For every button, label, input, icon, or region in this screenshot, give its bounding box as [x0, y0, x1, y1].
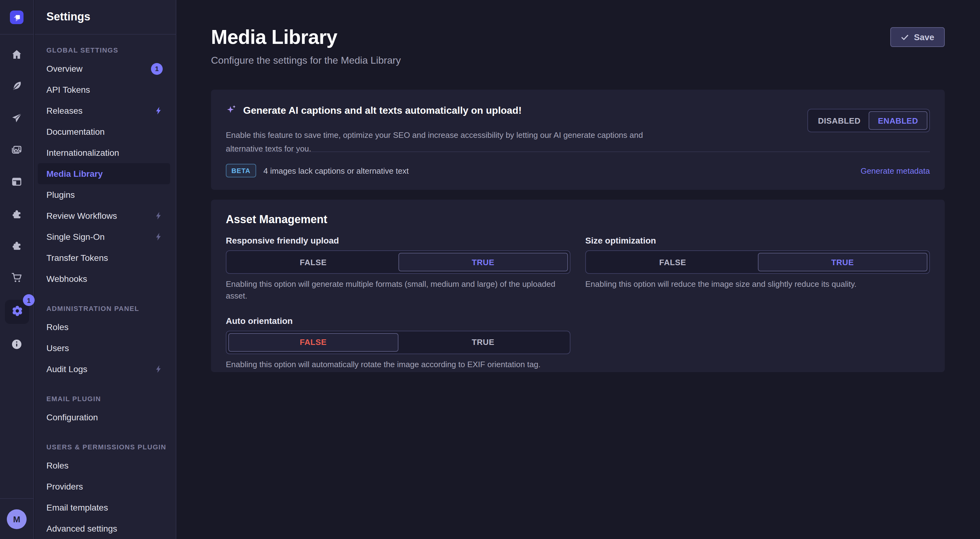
strapi-logo-icon — [10, 11, 24, 24]
page-title-block: Media Library Configure the settings for… — [211, 27, 401, 66]
sidebar-item-internationalization[interactable]: Internationalization — [38, 142, 170, 163]
banner-title: Generate AI captions and alt texts autom… — [243, 105, 522, 116]
section-heading: GLOBAL SETTINGS — [35, 43, 176, 57]
sidebar-item-providers[interactable]: Providers — [38, 476, 170, 497]
plugin-icon[interactable] — [11, 208, 23, 220]
sparkles-icon — [226, 104, 237, 117]
sidebar-item-plugins[interactable]: Plugins — [38, 184, 170, 205]
sidebar-item-email-templates[interactable]: Email templates — [38, 497, 170, 518]
asset-management-title: Asset Management — [226, 213, 327, 226]
user-avatar[interactable]: M — [7, 509, 27, 529]
settings-notification-badge: 1 — [23, 294, 35, 306]
help-info-icon[interactable] — [11, 338, 23, 350]
field-label: Auto orientation — [226, 315, 570, 325]
section-heading: ADMINISTRATION PANEL — [35, 302, 176, 315]
sidebar-item-up-roles[interactable]: Roles — [38, 455, 170, 476]
field-hint: Enabling this option will generate multi… — [226, 279, 570, 302]
toggle-option-true[interactable]: TRUE — [398, 253, 568, 271]
ai-captions-banner: Generate AI captions and alt texts autom… — [211, 90, 945, 190]
home-icon[interactable] — [11, 48, 23, 60]
lightning-icon — [155, 365, 163, 373]
toggle-option-false[interactable]: FALSE — [588, 253, 757, 271]
sidebar-item-admin-roles[interactable]: Roles — [38, 317, 170, 338]
field-hint: Enabling this option will reduce the ima… — [585, 279, 930, 290]
size-optimization-toggle: FALSE TRUE — [585, 250, 930, 274]
settings-nav: GLOBAL SETTINGS Overview 1 API Tokens Re… — [35, 35, 176, 539]
sidebar-title: Settings — [46, 11, 90, 24]
settings-sidebar: Settings GLOBAL SETTINGS Overview 1 API … — [35, 0, 176, 539]
lightning-icon — [155, 211, 163, 220]
generate-metadata-link[interactable]: Generate metadata — [861, 166, 930, 175]
auto-orientation-toggle: FALSE TRUE — [226, 330, 570, 354]
section-heading: USERS & PERMISSIONS PLUGIN — [35, 440, 176, 454]
field-auto-orientation: Auto orientation FALSE TRUE Enabling thi… — [226, 315, 570, 371]
page-title: Media Library — [211, 27, 401, 47]
sidebar-item-email-configuration[interactable]: Configuration — [38, 407, 170, 428]
sidebar-item-media-library[interactable]: Media Library — [38, 163, 170, 184]
content-type-builder-icon[interactable] — [11, 80, 23, 92]
asset-management-card: Asset Management Responsive friendly upl… — [211, 200, 945, 372]
nav-section-users-permissions-plugin: USERS & PERMISSIONS PLUGIN Roles Provide… — [35, 440, 176, 539]
toggle-option-false[interactable]: FALSE — [228, 333, 398, 351]
rail-header — [0, 0, 33, 35]
page-header: Media Library Configure the settings for… — [211, 27, 945, 66]
save-button[interactable]: Save — [891, 27, 945, 47]
toggle-option-disabled[interactable]: DISABLED — [810, 111, 869, 130]
main-content: Media Library Configure the settings for… — [177, 0, 980, 539]
gear-icon — [11, 304, 23, 319]
beta-badge: BETA — [226, 164, 256, 178]
sidebar-item-api-tokens[interactable]: API Tokens — [38, 79, 170, 100]
section-heading: EMAIL PLUGIN — [35, 392, 176, 406]
toggle-option-enabled[interactable]: ENABLED — [869, 111, 928, 130]
field-responsive-friendly-upload: Responsive friendly upload FALSE TRUE En… — [226, 236, 570, 302]
field-label: Size optimization — [585, 236, 930, 246]
plugin-icon-2[interactable] — [11, 239, 23, 252]
toggle-option-true[interactable]: TRUE — [398, 333, 568, 351]
field-hint: Enabling this option will automatically … — [226, 359, 570, 371]
overview-count-badge: 1 — [151, 63, 163, 75]
icon-rail: 1 M — [0, 0, 34, 539]
sidebar-item-documentation[interactable]: Documentation — [38, 121, 170, 142]
nav-section-administration-panel: ADMINISTRATION PANEL Roles Users Audit L… — [35, 302, 176, 379]
sidebar-item-webhooks[interactable]: Webhooks — [38, 268, 170, 289]
settings-rail-item-active[interactable]: 1 — [5, 300, 29, 324]
sidebar-item-audit-logs[interactable]: Audit Logs — [38, 358, 170, 379]
sidebar-header: Settings — [35, 0, 176, 35]
banner-footer: BETA 4 images lack captions or alternati… — [226, 151, 930, 190]
content-manager-icon[interactable] — [11, 176, 23, 188]
field-label: Responsive friendly upload — [226, 236, 570, 246]
ai-captions-toggle: DISABLED ENABLED — [807, 109, 930, 132]
sidebar-item-transfer-tokens[interactable]: Transfer Tokens — [38, 247, 170, 268]
media-library-icon[interactable] — [11, 143, 23, 156]
field-size-optimization: Size optimization FALSE TRUE Enabling th… — [585, 236, 930, 302]
deploy-icon[interactable] — [11, 112, 23, 124]
sidebar-item-single-sign-on[interactable]: Single Sign-On — [38, 226, 170, 247]
strapi-logo[interactable] — [10, 11, 24, 24]
toggle-option-false[interactable]: FALSE — [228, 253, 398, 271]
check-icon — [901, 33, 909, 41]
sidebar-item-advanced-settings[interactable]: Advanced settings — [38, 518, 170, 539]
lightning-icon — [155, 106, 163, 115]
page-subtitle: Configure the settings for the Media Lib… — [211, 55, 401, 66]
toggle-option-true[interactable]: TRUE — [757, 253, 928, 271]
sidebar-item-admin-users[interactable]: Users — [38, 338, 170, 358]
sidebar-item-overview[interactable]: Overview 1 — [38, 58, 170, 79]
nav-section-email-plugin: EMAIL PLUGIN Configuration — [35, 392, 176, 428]
sidebar-item-releases[interactable]: Releases — [38, 100, 170, 121]
missing-captions-status: 4 images lack captions or alternative te… — [263, 166, 409, 175]
nav-section-global-settings: GLOBAL SETTINGS Overview 1 API Tokens Re… — [35, 43, 176, 289]
sidebar-item-review-workflows[interactable]: Review Workflows — [38, 205, 170, 226]
responsive-upload-toggle: FALSE TRUE — [226, 250, 570, 274]
lightning-icon — [155, 232, 163, 241]
rail-divider — [0, 498, 33, 499]
marketplace-cart-icon[interactable] — [11, 271, 23, 284]
asset-management-grid: Responsive friendly upload FALSE TRUE En… — [226, 236, 930, 371]
strapi-settings-page: 1 M Settings GLOBAL SETTINGS Overview 1 … — [0, 0, 980, 539]
